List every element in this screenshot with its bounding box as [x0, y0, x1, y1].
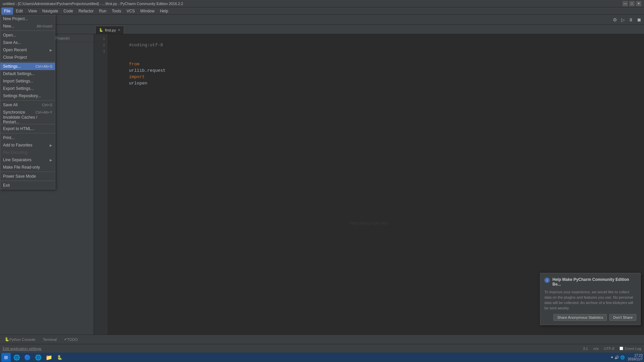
- event-log-checkbox[interactable]: [620, 347, 623, 350]
- toolbar-btn-4[interactable]: ⏹: [635, 16, 643, 23]
- code-line-3: [108, 93, 644, 99]
- dont-share-button[interactable]: Don't Share: [609, 314, 636, 321]
- taskbar-pycharm[interactable]: 🐍: [55, 353, 64, 362]
- toolbar-btn-3[interactable]: ⏸: [627, 16, 635, 23]
- taskbar-edge[interactable]: 🌐: [12, 353, 21, 362]
- menu-settings[interactable]: Settings... Ctrl+Alt+S: [0, 63, 55, 70]
- line-sep-arrow: ▶: [50, 158, 52, 162]
- power-save-label: Power Save Mode: [3, 174, 36, 179]
- event-log-label[interactable]: Event Log: [620, 347, 641, 351]
- code-area[interactable]: #coding:utf-8 from urllib.request import…: [108, 36, 644, 99]
- python-file-icon: 🐍: [99, 28, 103, 32]
- line-num-3: 3: [103, 48, 105, 55]
- start-icon: ⊞: [4, 355, 8, 360]
- notification-body: To improve your experience, we would lik…: [544, 289, 636, 311]
- line-num-1: 1: [103, 36, 105, 42]
- ie-icon: 🌐: [35, 354, 42, 361]
- tab-terminal[interactable]: Terminal: [40, 336, 60, 343]
- settings-repo-label: Settings Repository...: [3, 94, 41, 98]
- menu-open-recent[interactable]: Open Recent ▶: [0, 46, 55, 54]
- menu-item-view[interactable]: View: [25, 7, 40, 15]
- taskbar-chrome[interactable]: 🔵: [23, 353, 32, 362]
- notification-icon: i: [544, 278, 550, 283]
- status-right: 3:1 n/a UTF-8 Event Log: [583, 347, 641, 351]
- tab-close-btn[interactable]: ✕: [118, 28, 120, 32]
- menu-power-save[interactable]: Power Save Mode: [0, 173, 55, 180]
- maximize-button[interactable]: □: [629, 1, 635, 6]
- menu-settings-repo[interactable]: Settings Repository...: [0, 92, 55, 100]
- close-button[interactable]: ✕: [636, 1, 641, 6]
- menu-item-help[interactable]: Help: [157, 7, 171, 15]
- menu-make-readonly[interactable]: Make File Read-only: [0, 164, 55, 171]
- python-console-icon: 🐍: [5, 337, 9, 342]
- clock-date: 2016/11/7: [628, 357, 643, 361]
- menu-exit[interactable]: Exit: [0, 182, 55, 189]
- menu-item-file[interactable]: File: [1, 7, 13, 15]
- toolbar-btn-1[interactable]: ⚙: [611, 16, 619, 23]
- toolbar-btn-2[interactable]: ▷: [619, 16, 627, 23]
- menu-item-navigate[interactable]: Navigate: [40, 7, 61, 15]
- menu-add-favorites[interactable]: Add to Favorites ▶: [0, 141, 55, 149]
- menu-item-refactor[interactable]: Refactor: [76, 7, 96, 15]
- file-encoding-label: File Encoding: [3, 150, 28, 155]
- save-all-shortcut: Ctrl+S: [42, 103, 52, 107]
- new-shortcut: Alt+Insert: [37, 24, 52, 28]
- settings-label: Settings...: [3, 64, 21, 69]
- tab-label: first.py: [105, 28, 116, 32]
- add-favorites-label: Add to Favorites: [3, 143, 32, 147]
- open-recent-label: Open Recent: [3, 48, 27, 52]
- start-button[interactable]: ⊞: [1, 353, 11, 362]
- file-dropdown-menu: New Project... New... Alt+Insert Open...…: [0, 15, 55, 189]
- menu-export-html[interactable]: Export to HTML...: [0, 125, 55, 132]
- taskbar-ie[interactable]: 🌐: [34, 353, 43, 362]
- tab-python-console[interactable]: 🐍 Python Console: [1, 336, 39, 343]
- line-num-2: 2: [103, 42, 105, 48]
- menu-save-as[interactable]: Save As...: [0, 39, 55, 46]
- code-module: urllib.request: [129, 68, 168, 73]
- menu-item-edit[interactable]: Edit: [13, 7, 25, 15]
- menu-new[interactable]: New... Alt+Insert: [0, 22, 55, 30]
- status-left[interactable]: Edit application settings: [3, 347, 42, 351]
- menu-invalidate-caches[interactable]: Invalidate Caches / Restart...: [0, 116, 55, 123]
- menu-item-vcs[interactable]: VCS: [124, 7, 138, 15]
- menu-new-project[interactable]: New Project...: [0, 15, 55, 22]
- menu-import-settings[interactable]: Import Settings...: [0, 77, 55, 85]
- file-tab-first-py[interactable]: 🐍 first.py ✕: [95, 26, 124, 34]
- code-func: urlopen: [129, 81, 147, 86]
- menu-item-code[interactable]: Code: [61, 7, 76, 15]
- new-project-label: New Project...: [3, 16, 28, 21]
- exit-label: Exit: [3, 183, 10, 188]
- menu-item-window[interactable]: Window: [138, 7, 157, 15]
- taskbar-right: ✦ 🔊 🌐 17:23 2016/11/7: [610, 354, 643, 361]
- edge-icon: 🌐: [13, 354, 20, 361]
- open-label: Open...: [3, 33, 16, 38]
- sep-5: [0, 133, 55, 133]
- menu-default-settings[interactable]: Default Settings...: [0, 70, 55, 77]
- menu-item-tools[interactable]: Tools: [109, 7, 124, 15]
- menu-open[interactable]: Open...: [0, 32, 55, 39]
- menu-print[interactable]: Print...: [0, 134, 55, 141]
- sep-2: [0, 62, 55, 62]
- save-as-label: Save As...: [3, 40, 21, 45]
- export-settings-label: Export Settings...: [3, 86, 34, 91]
- code-line-1: #coding:utf-8: [108, 36, 644, 55]
- code-line-2: from urllib.request import urlopen: [108, 55, 644, 93]
- menu-close-project[interactable]: Close Project: [0, 54, 55, 61]
- menu-bar: File Edit View Navigate Code Refactor Ru…: [0, 7, 644, 15]
- taskbar: ⊞ 🌐 🔵 🌐 📁 🐍 ✦ 🔊 🌐 17:23 2016/11/7: [0, 353, 644, 362]
- terminal-label: Terminal: [43, 338, 57, 342]
- import-settings-label: Import Settings...: [3, 79, 34, 83]
- menu-item-run[interactable]: Run: [96, 7, 109, 15]
- minimize-button[interactable]: —: [623, 1, 628, 6]
- menu-export-settings[interactable]: Export Settings...: [0, 85, 55, 92]
- menu-line-separators[interactable]: Line Separators ▶: [0, 156, 55, 164]
- status-encoding: UTF-8: [604, 347, 614, 351]
- title-buttons: — □ ✕: [623, 1, 641, 6]
- code-comment: #coding:utf-8: [129, 43, 163, 48]
- taskbar-explorer[interactable]: 📁: [44, 353, 54, 362]
- status-position: 3:1: [583, 347, 588, 351]
- tab-todo[interactable]: ✔ TODO: [61, 336, 81, 343]
- share-statistics-button[interactable]: Share Anonymous Statistics: [553, 314, 607, 321]
- make-readonly-label: Make File Read-only: [3, 165, 40, 170]
- menu-save-all[interactable]: Save All Ctrl+S: [0, 101, 55, 109]
